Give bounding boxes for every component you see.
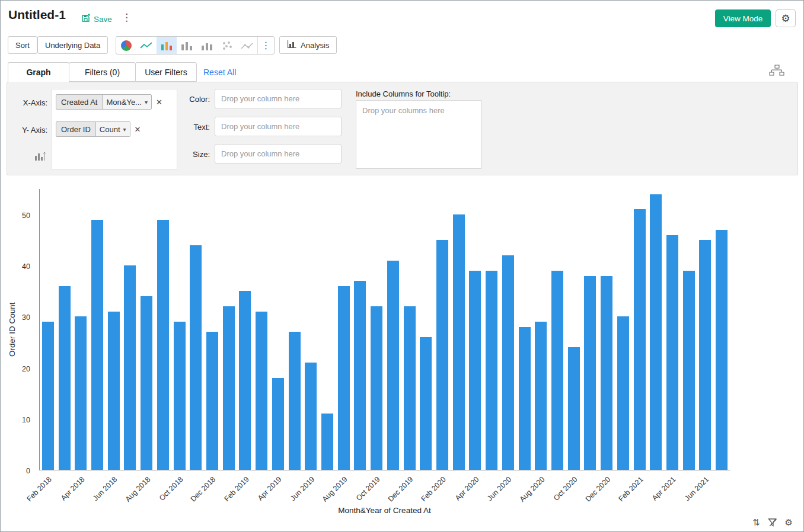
bar[interactable]: [256, 312, 267, 470]
bar[interactable]: [584, 276, 596, 470]
sort-button[interactable]: Sort: [8, 36, 37, 54]
y-tick-label: 20: [22, 365, 30, 373]
bar[interactable]: [42, 322, 54, 470]
x-tick-label: Apr 2020: [454, 475, 481, 502]
column-chart-icon[interactable]: [177, 37, 197, 54]
remove-y-axis-icon[interactable]: ✕: [135, 125, 141, 134]
bar[interactable]: [354, 281, 366, 470]
bubble-chart-icon[interactable]: [217, 37, 237, 54]
more-chart-types-icon[interactable]: ⋮: [257, 37, 274, 54]
settings-gear-icon[interactable]: ⚙: [776, 9, 796, 27]
hierarchy-icon[interactable]: [769, 65, 784, 78]
app-window: Untitled-1 Save ⋮ View Mode ⚙ Sort Under…: [0, 0, 804, 532]
bar[interactable]: [387, 261, 399, 470]
bar[interactable]: [568, 347, 580, 470]
underlying-data-button[interactable]: Underlying Data: [37, 36, 108, 54]
combo-chart-icon[interactable]: [237, 37, 257, 54]
bar[interactable]: [75, 316, 87, 470]
bar[interactable]: [502, 255, 514, 470]
x-tick-label: Feb 2021: [617, 475, 645, 503]
bar[interactable]: [436, 240, 448, 470]
x-tick-label: Jun 2021: [683, 475, 710, 502]
bar[interactable]: [666, 235, 678, 470]
chart-settings-gear-icon[interactable]: ⚙: [785, 517, 793, 528]
analysis-button[interactable]: Analysis: [279, 36, 337, 54]
x-tick-label: Apr 2018: [59, 475, 86, 502]
x-tick-label: Jun 2020: [486, 475, 513, 502]
plot-area: [39, 189, 730, 470]
bar[interactable]: [190, 245, 202, 470]
bar[interactable]: [157, 220, 169, 470]
bar[interactable]: [420, 337, 432, 470]
bar[interactable]: [617, 316, 629, 470]
text-drop-zone[interactable]: Drop your column here: [215, 117, 342, 136]
axes-drop-box[interactable]: Created At Mon&Ye... ▾ ✕ Order ID Count …: [52, 89, 177, 169]
bar[interactable]: [634, 209, 646, 470]
x-tick-label: Dec 2020: [583, 475, 612, 504]
save-button[interactable]: Save: [81, 13, 112, 25]
chart-type-toolbar: ⋮: [116, 36, 275, 55]
bar[interactable]: [223, 306, 235, 470]
axis-settings-icon[interactable]: [34, 150, 47, 164]
bar[interactable]: [469, 271, 481, 470]
y-tick-label: 10: [22, 416, 30, 424]
tab-user-filters[interactable]: User Filters: [135, 62, 197, 82]
bar[interactable]: [551, 271, 563, 470]
tab-filters[interactable]: Filters (0): [69, 62, 136, 82]
graph-config-panel: X-Axis: Y- Axis: Created At Mon&Ye... ▾ …: [7, 82, 798, 175]
view-mode-button[interactable]: View Mode: [715, 9, 771, 27]
bar[interactable]: [338, 286, 350, 470]
x-axis-label: X-Axis:: [13, 98, 47, 107]
x-tick-label: Feb 2019: [222, 475, 250, 503]
bar[interactable]: [59, 286, 71, 470]
bar[interactable]: [699, 240, 711, 470]
y-axis-ticks: 01020304050: [1, 189, 35, 470]
bar[interactable]: [453, 214, 465, 470]
reset-all-link[interactable]: Reset All: [203, 68, 236, 77]
size-drop-zone[interactable]: Drop your column here: [215, 144, 342, 164]
bar[interactable]: [486, 271, 497, 470]
bar[interactable]: [174, 322, 186, 470]
bar[interactable]: [141, 296, 152, 470]
y-axis-function-dropdown[interactable]: Count ▾: [95, 122, 130, 136]
bar[interactable]: [404, 306, 416, 470]
pie-chart-icon[interactable]: [116, 37, 136, 54]
x-tick-label: Jun 2018: [91, 475, 119, 502]
header-more-icon[interactable]: ⋮: [118, 10, 135, 25]
y-axis-pill[interactable]: Order ID Count ▾: [56, 121, 130, 137]
bar[interactable]: [289, 332, 301, 470]
x-tick-label: Dec 2019: [387, 475, 415, 504]
bar[interactable]: [124, 265, 136, 470]
stacked-chart-icon[interactable]: [197, 37, 217, 54]
x-axis-function-value: Mon&Ye...: [106, 98, 142, 107]
tab-graph[interactable]: Graph: [8, 62, 69, 82]
bar[interactable]: [683, 271, 695, 470]
tooltip-drop-zone[interactable]: Drop your columns here: [356, 100, 481, 169]
bar[interactable]: [535, 322, 547, 470]
bar[interactable]: [371, 306, 382, 470]
x-tick-label: Apr 2019: [256, 475, 283, 502]
remove-x-axis-icon[interactable]: ✕: [156, 98, 162, 107]
bar[interactable]: [519, 327, 531, 470]
bar[interactable]: [239, 291, 251, 470]
x-tick-label: Oct 2020: [552, 475, 579, 502]
y-tick-label: 40: [22, 262, 30, 271]
bar[interactable]: [601, 276, 612, 470]
bar-chart-icon[interactable]: [157, 37, 177, 54]
filter-icon[interactable]: [768, 518, 777, 527]
color-drop-zone[interactable]: Drop your column here: [215, 89, 342, 108]
bar[interactable]: [321, 414, 333, 470]
bar[interactable]: [206, 332, 218, 470]
bar[interactable]: [91, 220, 103, 470]
bar[interactable]: [272, 378, 284, 470]
bar[interactable]: [650, 194, 662, 470]
x-axis-pill[interactable]: Created At Mon&Ye... ▾: [56, 94, 152, 110]
bar[interactable]: [108, 312, 120, 470]
line-chart-icon[interactable]: [136, 37, 157, 54]
chart-sort-icon[interactable]: ⇅: [752, 517, 760, 528]
bar[interactable]: [716, 230, 728, 470]
bar[interactable]: [305, 363, 317, 470]
y-tick-label: 0: [26, 467, 30, 475]
x-axis-function-dropdown[interactable]: Mon&Ye... ▾: [102, 95, 151, 109]
y-axis-field: Order ID: [56, 125, 95, 134]
